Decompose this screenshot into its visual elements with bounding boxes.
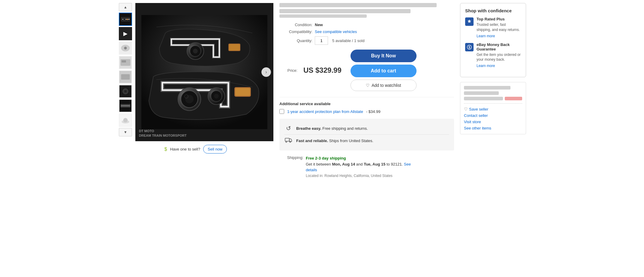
thumbnail-1[interactable] xyxy=(119,13,132,26)
benefit-1-rest: Free shipping and returns. xyxy=(321,126,368,131)
shipping-delivery: Get it between Mon, Aug 14 and Tue, Aug … xyxy=(306,161,411,173)
confidence-item-1-content: Top Rated Plus Trusted seller, fast ship… xyxy=(477,17,521,38)
location-text: Located in: Rowland Heights, California,… xyxy=(306,173,411,178)
service-title: Additional service available xyxy=(279,102,454,106)
compatibility-label: Compatibility: xyxy=(279,29,312,34)
date-to: Tue, Aug 15 xyxy=(364,162,385,166)
image-next-btn[interactable]: › xyxy=(261,67,271,77)
sell-now-button[interactable]: Sell now xyxy=(203,145,227,154)
confidence-item-2-title: eBay Money Back Guarantee xyxy=(477,42,521,51)
thumb-nav-up[interactable]: ▲ xyxy=(119,3,132,11)
confidence-item-1: Top Rated Plus Trusted seller, fast ship… xyxy=(465,17,521,38)
condition-label: Condition: xyxy=(279,23,312,27)
confidence-item-1-desc: Trusted seller, fast shipping, and easy … xyxy=(477,22,521,32)
confidence-box: Shop with confidence Top Rated Plus Trus… xyxy=(460,3,526,77)
thumbnail-video[interactable]: ▶ xyxy=(119,27,132,40)
confidence-item-1-title: Top Rated Plus xyxy=(477,17,521,21)
learn-more-2[interactable]: Learn more xyxy=(477,64,495,68)
main-product-image[interactable]: › DT MOTO DREAM TRAIN MOTORSPORT xyxy=(135,3,273,141)
seller-blurred-3 xyxy=(464,97,503,100)
money-back-icon: $ xyxy=(465,43,474,51)
benefit-2-bold: Fast and reliable. xyxy=(296,138,328,143)
price-label: Price: xyxy=(279,68,297,73)
benefit-1: ↺ Breathe easy. Free shipping and return… xyxy=(284,122,449,134)
watchlist-label: Add to watchlist xyxy=(372,83,401,88)
seller-blurred-accent xyxy=(505,97,522,100)
compatibility-row: Compatibility: See compatible vehicles xyxy=(279,29,454,34)
benefit-2-text: Fast and reliable. Ships from United Sta… xyxy=(296,138,373,143)
learn-more-1[interactable]: Learn more xyxy=(477,34,495,38)
watermark: DT MOTO DREAM TRAIN MOTORSPORT xyxy=(139,129,187,138)
benefit-2-rest: Ships from United States. xyxy=(328,138,373,143)
quantity-row: Quantity: 5 available / 1 sold xyxy=(279,36,454,45)
svg-rect-37 xyxy=(235,88,250,96)
seller-divider xyxy=(464,103,522,104)
svg-point-40 xyxy=(290,141,291,142)
save-seller-label: Save seller xyxy=(469,107,488,111)
svg-point-31 xyxy=(185,95,194,103)
seller-blurred-1 xyxy=(464,86,510,90)
quantity-available: 5 available / 1 sold xyxy=(332,38,365,43)
thumbnail-5[interactable] xyxy=(119,70,132,84)
thumbnail-6[interactable] xyxy=(119,85,132,98)
return-icon: ↺ xyxy=(284,125,293,132)
thumbnail-list: ▲ ▶ xyxy=(118,3,133,141)
confidence-title: Shop with confidence xyxy=(465,8,521,13)
thumbnail-7[interactable] xyxy=(119,99,132,112)
contact-seller-link[interactable]: Contact seller xyxy=(464,113,522,118)
benefit-1-text: Breathe easy. Free shipping and returns. xyxy=(296,126,368,131)
svg-rect-28 xyxy=(229,44,240,50)
benefits-box: ↺ Breathe easy. Free shipping and return… xyxy=(279,119,454,151)
shipping-free-text: Free 2-3 day shipping xyxy=(306,155,411,161)
shipping-icon xyxy=(284,137,293,145)
seller-box: ♡ Save seller Contact seller Visit store… xyxy=(460,82,526,134)
quantity-input[interactable] xyxy=(315,36,328,45)
thumbnail-3[interactable] xyxy=(119,41,132,55)
product-title-blurred xyxy=(279,3,437,7)
protection-plan-link[interactable]: 1-year accident protection plan from All… xyxy=(287,109,363,114)
compatibility-link[interactable]: See compatible vehicles xyxy=(315,29,357,34)
save-seller-link[interactable]: ♡ Save seller xyxy=(464,107,522,111)
shipping-detail: Free 2-3 day shipping Get it between Mon… xyxy=(306,155,411,178)
svg-point-22 xyxy=(123,118,128,123)
seller-blurred-2 xyxy=(464,91,499,95)
protection-plan-checkbox[interactable] xyxy=(279,109,284,114)
visit-store-link[interactable]: Visit store xyxy=(464,120,522,124)
product-subtitle-blurred xyxy=(279,9,411,13)
svg-point-8 xyxy=(124,47,127,49)
price-value: US $329.99 xyxy=(303,66,342,75)
add-to-cart-button[interactable]: Add to cart xyxy=(351,65,417,77)
watchlist-heart-icon: ♡ xyxy=(366,83,370,88)
protection-plan-price: - $34.99 xyxy=(366,109,381,114)
see-other-items-link[interactable]: See other items xyxy=(464,126,522,130)
confidence-item-2-desc: Get the item you ordered or your money b… xyxy=(477,52,521,62)
additional-service-section: Additional service available 1-year acci… xyxy=(279,97,454,114)
benefit-2: Fast and reliable. Ships from United Sta… xyxy=(284,134,449,147)
date-from: Mon, Aug 14 xyxy=(332,162,355,166)
thumbnail-4[interactable] xyxy=(119,56,132,69)
product-details: Condition: New Compatibility: See compat… xyxy=(279,3,454,180)
svg-rect-38 xyxy=(285,138,289,141)
svg-rect-13 xyxy=(121,74,130,80)
buy-now-button[interactable]: Buy It Now xyxy=(351,50,417,62)
svg-point-4 xyxy=(123,19,125,21)
confidence-item-2-content: eBay Money Back Guarantee Get the item y… xyxy=(477,42,521,68)
seller-links: ♡ Save seller Contact seller Visit store… xyxy=(464,107,522,130)
shipping-section: Shipping: Free 2-3 day shipping Get it b… xyxy=(279,155,454,178)
protection-plan-row: 1-year accident protection plan from All… xyxy=(279,109,454,114)
add-to-watchlist-button[interactable]: ♡ Add to watchlist xyxy=(351,80,417,91)
thumbnail-8[interactable] xyxy=(119,114,132,127)
heart-icon: ♡ xyxy=(464,107,468,111)
shipping-row: Shipping: Free 2-3 day shipping Get it b… xyxy=(279,155,454,178)
product-sku-blurred xyxy=(279,14,367,18)
svg-text:$: $ xyxy=(468,46,470,49)
svg-point-35 xyxy=(214,94,219,99)
have-one-text: Have one to sell? xyxy=(170,147,200,151)
action-buttons: Buy It Now Add to cart ♡ Add to watchlis… xyxy=(351,50,417,91)
dollar-icon: $ xyxy=(164,147,167,152)
quantity-label: Quantity: xyxy=(279,38,312,43)
thumb-nav-down[interactable]: ▼ xyxy=(119,128,132,136)
condition-value: New xyxy=(315,23,323,27)
condition-row: Condition: New xyxy=(279,23,454,27)
sidebar: Shop with confidence Top Rated Plus Trus… xyxy=(460,3,526,134)
